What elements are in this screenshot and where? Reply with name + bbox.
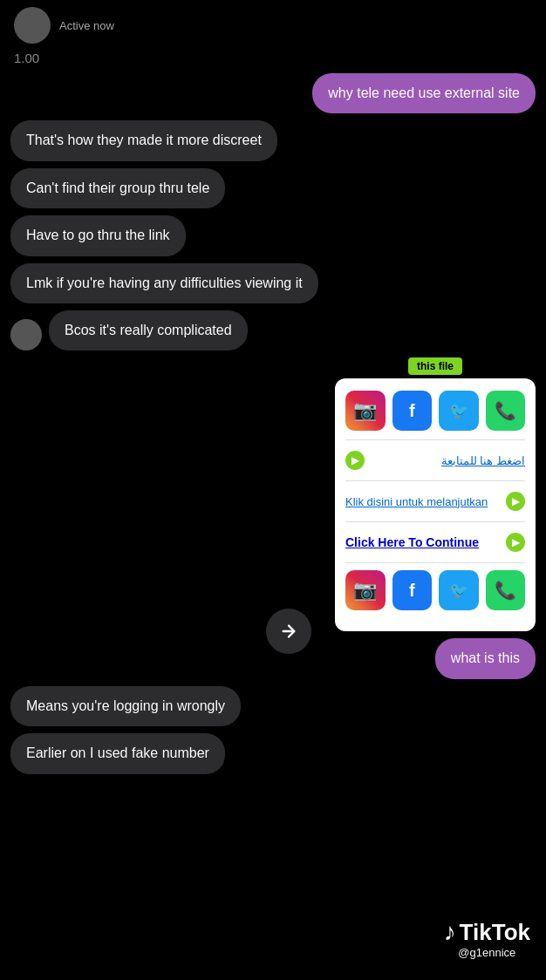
tiktok-logo-icon: ♪ — [444, 918, 456, 946]
send-button[interactable] — [266, 609, 311, 654]
image-card-wrapper: this file 📷 f 🐦 📞 ▶ اضغط هنا للمتابعة Kl… — [335, 357, 536, 631]
message-in-4: Lmk if you're having any difficulties vi… — [10, 263, 318, 303]
facebook-icon-2: f — [392, 570, 433, 610]
social-icons-top: 📷 f 🐦 📞 — [345, 391, 525, 431]
english-link-row[interactable]: Click Here To Continue ▶ — [345, 529, 525, 555]
english-link[interactable]: Click Here To Continue — [345, 535, 479, 549]
arabic-link[interactable]: اضغط هنا للمتابعة — [441, 454, 525, 467]
divider-1 — [345, 439, 525, 440]
send-icon — [279, 622, 298, 641]
divider-2 — [345, 480, 525, 481]
message-in-1: That's how they made it more discreet — [10, 120, 277, 160]
tiktok-watermark: ♪ TikTok @g1ennice — [444, 918, 530, 959]
message-in-7: Earlier on I used fake number — [10, 733, 225, 773]
chat-header: Active now — [0, 0, 546, 47]
arabic-link-row[interactable]: ▶ اضغط هنا للمتابعة — [345, 447, 525, 473]
arrow-icon-en: ▶ — [506, 533, 525, 552]
message-in-3: Have to go thru the link — [10, 215, 186, 255]
indonesian-link[interactable]: Klik disini untuk melanjutkan — [345, 495, 488, 508]
instagram-icon: 📷 — [345, 391, 386, 431]
whatsapp-icon: 📞 — [486, 391, 526, 431]
social-icons-bottom: 📷 f 🐦 📞 — [345, 570, 525, 610]
facebook-icon: f — [392, 391, 433, 431]
sender-avatar — [10, 319, 42, 350]
twitter-icon: 🐦 — [439, 391, 479, 431]
arrow-icon-ar: ▶ — [345, 451, 365, 470]
divider-3 — [345, 521, 525, 522]
divider-4 — [345, 562, 525, 563]
file-label: this file — [408, 357, 462, 375]
avatar — [14, 7, 51, 44]
timestamp-row: 1.00 — [0, 47, 546, 73]
instagram-icon-2: 📷 — [345, 570, 386, 610]
message-row-avatar: Bcos it's really complicated — [10, 310, 536, 350]
active-status: Active now — [59, 19, 114, 32]
header-info: Active now — [59, 19, 114, 32]
message-in-5: Bcos it's really complicated — [49, 310, 248, 350]
message-out-1: why tele need use external site — [312, 73, 536, 113]
message-in-2: Can't find their group thru tele — [10, 168, 225, 208]
tiktok-handle: @g1ennice — [458, 946, 515, 959]
message-in-6: Means you're logging in wrongly — [10, 686, 241, 726]
tiktok-brand: TikTok — [460, 919, 530, 946]
twitter-icon-2: 🐦 — [439, 570, 479, 610]
timestamp: 1.00 — [14, 51, 39, 65]
chat-container: why tele need use external site That's h… — [0, 73, 546, 774]
arrow-icon-id: ▶ — [506, 492, 525, 511]
send-button-area[interactable] — [266, 609, 311, 654]
message-out-2: what is this — [435, 638, 536, 678]
indonesian-link-row[interactable]: Klik disini untuk melanjutkan ▶ — [345, 488, 525, 514]
image-card[interactable]: 📷 f 🐦 📞 ▶ اضغط هنا للمتابعة Klik disini … — [335, 378, 536, 631]
tiktok-logo: ♪ TikTok — [444, 918, 530, 946]
whatsapp-icon-2: 📞 — [486, 570, 526, 610]
